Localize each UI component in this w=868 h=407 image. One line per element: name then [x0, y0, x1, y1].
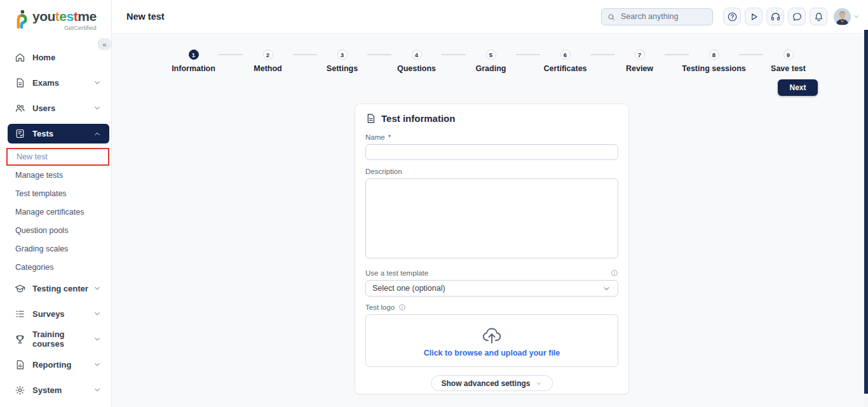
user-menu[interactable]	[834, 8, 860, 25]
submenu-label: Manage certificates	[15, 208, 84, 217]
sidebar-item-question-pools[interactable]: Question pools	[0, 221, 111, 239]
sidebar-item-label: Exams	[32, 78, 59, 88]
template-label: Use a test template	[365, 269, 428, 277]
step-label: Testing sessions	[682, 64, 746, 73]
info-icon[interactable]	[398, 304, 406, 311]
testing-center-icon	[15, 283, 25, 294]
name-label: Name	[365, 133, 385, 141]
notifications-button[interactable]	[810, 8, 827, 25]
sidebar-item-surveys[interactable]: Surveys	[0, 307, 111, 321]
chevron-down-icon	[602, 284, 611, 293]
home-icon	[15, 52, 25, 63]
search-input[interactable]	[601, 8, 713, 25]
document-icon	[365, 113, 376, 124]
step-number: 4	[412, 50, 422, 60]
chevron-down-icon	[93, 284, 102, 293]
sidebar-collapse-button[interactable]: «	[98, 38, 111, 50]
sidebar-item-exams[interactable]: Exams	[0, 76, 111, 90]
sidebar-item-users[interactable]: Users	[0, 101, 111, 115]
system-icon	[15, 385, 25, 396]
step-label: Information	[172, 64, 215, 73]
step-number: 8	[709, 50, 719, 60]
sidebar-item-manage-certificates[interactable]: Manage certificates	[0, 203, 111, 221]
app-logo[interactable]: youtestme GetCertified	[0, 0, 111, 39]
sidebar-item-reporting[interactable]: Reporting	[0, 357, 111, 371]
bell-icon	[813, 11, 824, 22]
youtestme-logo-icon	[14, 9, 29, 30]
step-grading[interactable]: 5 Grading	[454, 50, 528, 73]
step-review[interactable]: 7 Review	[602, 50, 677, 73]
tutorial-play-button[interactable]	[745, 8, 763, 25]
avatar	[834, 8, 851, 25]
step-label: Grading	[476, 64, 506, 73]
description-field[interactable]	[365, 178, 618, 258]
step-questions[interactable]: 4 Questions	[379, 50, 454, 73]
step-number: 7	[635, 50, 645, 60]
template-select-value: Select one (optional)	[372, 284, 445, 293]
test-information-card: Test information Name * Description Use …	[355, 103, 629, 394]
cloud-upload-icon	[478, 324, 506, 347]
sidebar-item-label: Users	[32, 103, 55, 113]
sidebar-item-test-templates[interactable]: Test templates	[0, 184, 111, 203]
step-label: Questions	[397, 64, 436, 73]
logo-text: youtestme GetCertified	[32, 9, 97, 31]
chevron-down-icon	[93, 78, 102, 87]
search-icon	[607, 13, 616, 22]
submenu-label: Test templates	[15, 189, 67, 198]
test-logo-label: Test logo	[365, 304, 395, 311]
step-method[interactable]: 2 Method	[231, 50, 305, 73]
step-information[interactable]: 1 Information	[156, 50, 231, 73]
template-select[interactable]: Select one (optional)	[365, 280, 618, 297]
name-field[interactable]	[365, 144, 618, 160]
next-button[interactable]: Next	[778, 79, 818, 96]
sidebar-item-label: System	[32, 385, 62, 395]
chevron-down-icon	[93, 360, 102, 369]
step-label: Certificates	[543, 64, 587, 73]
sidebar-item-training-courses[interactable]: Training courses	[0, 332, 111, 346]
step-settings[interactable]: 3 Settings	[305, 50, 379, 73]
chevron-down-icon	[93, 103, 102, 112]
support-button[interactable]	[766, 8, 784, 25]
chat-icon	[792, 11, 803, 22]
sidebar-item-system[interactable]: System	[0, 383, 111, 397]
submenu-label: New test	[17, 152, 48, 161]
sidebar-item-testing-center[interactable]: Testing center	[0, 281, 111, 295]
sidebar-item-home[interactable]: Home	[0, 50, 111, 64]
users-icon	[15, 103, 25, 114]
step-number: 1	[189, 50, 199, 60]
chevron-down-icon	[853, 13, 860, 20]
headphones-icon	[770, 11, 781, 22]
step-label: Method	[254, 64, 281, 73]
sidebar-item-tests[interactable]: Tests	[8, 124, 109, 143]
step-label: Review	[626, 64, 653, 73]
advanced-settings-label: Show advanced settings	[441, 379, 530, 388]
exam-icon	[15, 77, 25, 88]
scrollbar-thumb[interactable]	[864, 30, 868, 394]
logo-segment: you	[32, 9, 55, 23]
sidebar-item-categories[interactable]: Categories	[0, 258, 111, 276]
show-advanced-settings-button[interactable]: Show advanced settings	[431, 375, 552, 391]
help-button[interactable]	[723, 8, 741, 25]
messages-button[interactable]	[788, 8, 806, 25]
scrollbar-track[interactable]	[864, 30, 868, 407]
required-marker: *	[388, 133, 391, 141]
main-content: 1 Information 2 Method 3 Settings 4 Ques…	[112, 34, 868, 407]
surveys-icon	[15, 309, 25, 319]
sidebar-item-label: Home	[32, 53, 55, 62]
logo-tagline: GetCertified	[32, 24, 97, 31]
logo-segment: me	[78, 9, 96, 23]
page-title: New test	[126, 11, 165, 22]
sidebar-item-new-test[interactable]: New test	[6, 148, 109, 166]
sidebar-item-grading-scales[interactable]: Grading scales	[0, 239, 111, 258]
sidebar-item-manage-tests[interactable]: Manage tests	[0, 166, 111, 184]
sidebar-nav: Home Exams Users Tests New test Manage t…	[0, 39, 111, 397]
step-certificates[interactable]: 6 Certificates	[528, 50, 602, 73]
step-save-test[interactable]: 9 Save test	[751, 50, 825, 73]
submenu-label: Question pools	[15, 226, 68, 235]
step-number: 6	[560, 50, 571, 60]
info-icon[interactable]	[611, 269, 618, 277]
logo-upload-dropzone[interactable]: Click to browse and upload your file	[365, 314, 618, 367]
training-courses-icon	[15, 334, 25, 345]
step-testing-sessions[interactable]: 8 Testing sessions	[677, 50, 751, 73]
step-label: Settings	[327, 64, 358, 73]
